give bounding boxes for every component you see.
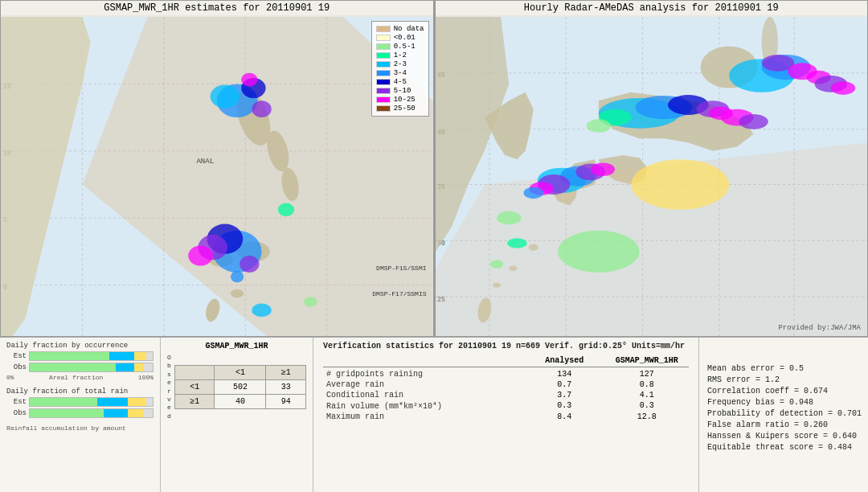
verif-row-0: # gridpoints raining 134 127 [323, 369, 689, 379]
verif-val1-2: 0.8 [604, 379, 689, 390]
legend-25-50: 25-50 [376, 105, 424, 113]
est-yellow-fill-2 [128, 398, 146, 406]
legend-3-4: 3-4 [376, 69, 424, 77]
legend-color-1-2 [376, 52, 391, 59]
svg-point-57 [252, 304, 271, 318]
verif-label-3: Rain volume (mm*km²×10⁴) [323, 400, 524, 412]
est-green-fill-2 [30, 398, 97, 406]
svg-point-47 [252, 100, 271, 117]
bar-footnote: Rainfall accumulation by amount [6, 424, 154, 432]
legend-4-5: 4-5 [376, 78, 424, 86]
legend-nodata: No data [376, 25, 424, 33]
svg-point-56 [304, 297, 317, 307]
verif-val0-1: 134 [524, 369, 604, 379]
legend-lt001: <0.01 [376, 34, 424, 42]
legend-label-4-5: 4-5 [394, 78, 407, 86]
legend-label-05-1: 0.5-1 [394, 43, 416, 51]
svg-point-46 [211, 84, 240, 108]
obs-cyan-fill-2 [104, 409, 129, 417]
legend-05-1: 0.5-1 [376, 43, 424, 51]
bar-section1-title: Daily fraction by occurrence [6, 342, 154, 350]
matrix-cell-11: 502 [215, 380, 266, 395]
x-label-right: 100% [138, 374, 154, 381]
bar-section2-title: Daily fraction of total rain [6, 387, 154, 396]
maps-row: GSMAP_MWR_1HR estimates for 20110901 19 [0, 0, 868, 338]
verif-col-header-empty [323, 355, 524, 367]
verif-label-2: Conditional rain [323, 390, 524, 400]
bar-chart-panel: Daily fraction by occurrence Est Obs [0, 338, 161, 492]
svg-point-48 [241, 73, 257, 87]
obs-green-fill-2 [30, 409, 104, 417]
obs-bar-label-1: Obs [6, 363, 27, 371]
verif-val0-2: 127 [604, 369, 689, 379]
legend-label-2-3: 2-3 [394, 60, 407, 68]
dmsp-label-f15: DMSP-F15/SSMI [376, 264, 426, 272]
svg-point-55 [278, 203, 294, 216]
verif-val2-2: 4.1 [604, 390, 689, 400]
obs-bar-label-2: Obs [6, 409, 27, 417]
legend-1-2: 1-2 [376, 51, 424, 59]
confusion-matrix-table: <1 ≥1 <1 502 33 ≥1 40 94 [174, 365, 306, 409]
left-map-svg: 15 10 5 0 -5 [1, 17, 433, 337]
matrix-row-header-lt1: <1 [174, 380, 215, 395]
verif-title: Verification statistics for 20110901 19 … [323, 342, 689, 351]
right-map-title: Hourly Radar-AMeDAS analysis for 2011090… [436, 1, 868, 15]
confusion-matrix-panel: GSMAP_MWR_1HR O b s e r v e d <1 [161, 338, 313, 492]
matrix-corner [174, 366, 215, 380]
svg-point-111 [497, 211, 521, 225]
verif-label-4: Maximum rain [323, 412, 524, 422]
legend-color-05-1 [376, 43, 391, 50]
legend-label-10-25: 10-25 [394, 96, 416, 104]
obs-bar-track-1 [29, 363, 154, 372]
matrix-outer: O b s e r v e d <1 ≥1 <1 [167, 354, 306, 420]
obs-cyan-fill-1 [116, 363, 134, 371]
main-container: GSMAP_MWR_1HR estimates for 20110901 19 [0, 0, 868, 492]
legend-10-25: 10-25 [376, 96, 424, 104]
dmsp-label-f17: DMSP-F17/SSMIS [372, 290, 426, 297]
matrix-cell-22: 94 [266, 395, 306, 409]
metrics-panel: Mean abs error = 0.5 RMS error = 1.2 Cor… [699, 338, 868, 492]
verif-table: Analysed GSMAP_MWR_1HR # gridpoints rain… [323, 355, 689, 422]
legend-2-3: 2-3 [376, 60, 424, 68]
legend-color-25-50 [376, 105, 391, 112]
verif-col-header-analysed: Analysed [524, 355, 604, 367]
verif-val3-1: 0.3 [524, 400, 604, 412]
obs-bar-row-2: Obs [6, 408, 154, 418]
matrix-row-header-ge1: ≥1 [174, 395, 215, 409]
verif-row-3: Rain volume (mm*km²×10⁴) 0.3 0.3 [323, 400, 689, 412]
legend-label-lt001: <0.01 [394, 34, 416, 42]
svg-point-54 [231, 271, 244, 283]
svg-point-101 [739, 114, 768, 129]
legend-label-1-2: 1-2 [394, 51, 407, 59]
metric-1: RMS error = 1.2 [707, 375, 860, 384]
svg-point-107 [590, 162, 614, 176]
matrix-header-row: <1 ≥1 [174, 366, 305, 380]
verif-header-row: Analysed GSMAP_MWR_1HR [323, 355, 689, 367]
matrix-col-ge1: ≥1 [266, 366, 306, 380]
svg-point-114 [631, 159, 729, 210]
verif-col-header-gsmap: GSMAP_MWR_1HR [604, 355, 689, 367]
verif-row-1: Average rain 0.7 0.8 [323, 379, 689, 390]
svg-point-113 [489, 260, 502, 268]
est-bar-track-1 [29, 351, 154, 361]
verif-row-4: Maximum rain 8.4 12.8 [323, 412, 689, 422]
svg-point-42 [231, 289, 244, 297]
verif-label-1: Average rain [323, 379, 524, 390]
verif-row-2: Conditional rain 3.7 4.1 [323, 390, 689, 400]
svg-point-110 [523, 187, 542, 199]
metric-6: Hanssen & Kuipers score = 0.640 [707, 432, 860, 441]
matrix-row-ge1: ≥1 40 94 [174, 395, 305, 409]
verif-val1-1: 0.7 [524, 379, 604, 390]
legend-color-lt001 [376, 35, 391, 41]
svg-point-94 [830, 81, 854, 95]
verif-label-0: # gridpoints raining [323, 369, 524, 379]
svg-text:ANAL: ANAL [196, 157, 214, 166]
metric-7: Equitable threat score = 0.484 [707, 443, 860, 452]
est-cyan-fill-2 [97, 398, 128, 406]
legend-5-10: 5-10 [376, 87, 424, 95]
est-bar-label-2: Est [6, 398, 27, 406]
legend-color-3-4 [376, 70, 391, 76]
obs-bar-row-1: Obs [6, 363, 154, 372]
provided-by-label: Provided by:JWA/JMA [778, 324, 861, 332]
matrix-cell-21: 40 [215, 395, 266, 409]
